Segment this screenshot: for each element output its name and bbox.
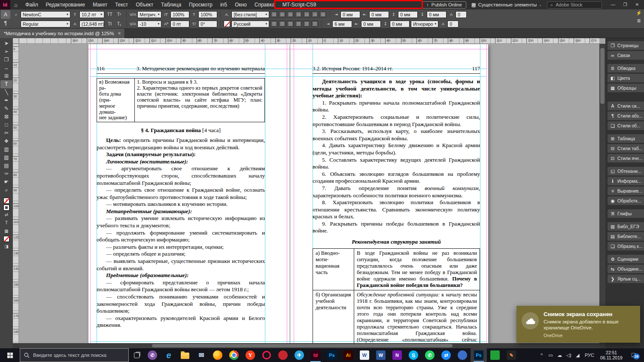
- table-styles-panel[interactable]: ⊟Стили таб...: [608, 144, 644, 153]
- type-tool[interactable]: T: [0, 80, 12, 88]
- menu-item[interactable]: Справка: [251, 0, 279, 9]
- document-tab[interactable]: *Методичка к учебнику по истории.indd @ …: [0, 29, 125, 38]
- telegram[interactable]: ✈: [291, 348, 307, 362]
- photoshop[interactable]: Ps: [324, 348, 340, 362]
- word-2013[interactable]: W: [356, 348, 373, 362]
- menu-item[interactable]: MT-Script-CS9: [279, 0, 320, 9]
- menu-item[interactable]: Объект: [132, 0, 157, 9]
- links-panel[interactable]: ∞Связи: [608, 51, 644, 60]
- content-collector-tool[interactable]: ⊞: [0, 72, 12, 80]
- panel-menu-icon[interactable]: ≣: [637, 18, 641, 24]
- align-panel[interactable]: ≡Выравнив...: [608, 187, 644, 195]
- superscript-button[interactable]: T¹: [115, 11, 123, 18]
- glyphs-panel[interactable]: ℜГлифы: [608, 209, 644, 218]
- paragraph-style-select[interactable]: [Без стиля]: [231, 11, 269, 18]
- illustrator[interactable]: Ai: [340, 348, 356, 362]
- preflight-panel[interactable]: ◉Обработк...: [608, 196, 644, 205]
- zoom-tool[interactable]: ⌕: [0, 186, 12, 194]
- justify-all-button[interactable]: [319, 11, 326, 18]
- workspace-switcher[interactable]: ▦ Существенные элементы ⌄: [471, 2, 542, 8]
- justify-v-button[interactable]: [295, 21, 302, 27]
- close-button[interactable]: ✕: [631, 0, 643, 9]
- table-panel[interactable]: ⊞Таблица: [608, 134, 644, 143]
- formatting-affects-text-icon[interactable]: T: [0, 220, 12, 226]
- paint[interactable]: ✎: [503, 348, 519, 362]
- color-panel[interactable]: ◧Цвета: [608, 74, 644, 82]
- photoshop-active[interactable]: Ps: [471, 348, 487, 362]
- pages-panel[interactable]: ❐Страницы: [608, 41, 644, 50]
- task-view-button[interactable]: [129, 348, 144, 362]
- swap-fill-stroke-icon[interactable]: ⇄: [0, 211, 12, 218]
- menu-item[interactable]: Макет: [89, 0, 111, 9]
- whatsapp[interactable]: ✆: [422, 348, 438, 362]
- formatting-affects-container-icon[interactable]: ▦: [0, 228, 12, 235]
- swatches-panel[interactable]: ▦Образцы: [608, 84, 644, 92]
- space-between-field[interactable]: 0 мм: [427, 11, 447, 18]
- onenote[interactable]: N: [389, 348, 405, 362]
- object-styles-panel[interactable]: ❑Стили об...: [608, 121, 644, 130]
- space-after-field[interactable]: 0 мм: [390, 21, 410, 27]
- leading-field[interactable]: (12,648 пт): [79, 21, 104, 27]
- quick-apply-icon[interactable]: ⚡: [636, 10, 642, 16]
- baseline-shift-field[interactable]: 0 пт: [170, 21, 189, 27]
- script-label-panel[interactable]: ❯Ярлык сц...: [608, 275, 644, 283]
- horizontal-scale-field[interactable]: 100%: [198, 11, 217, 18]
- note-tool[interactable]: ▤: [0, 162, 12, 170]
- scissors-tool[interactable]: ✂: [0, 129, 12, 137]
- font-style-select[interactable]: Regular: [21, 21, 70, 27]
- vertical-ruler[interactable]: 0102030405060708090100110120130140150160…: [13, 44, 19, 343]
- firefox[interactable]: [210, 348, 226, 362]
- page-117[interactable]: 3.2. История России: 1914–2014 гг. 117 Д…: [290, 44, 488, 343]
- green-app[interactable]: [487, 348, 503, 362]
- align-top-button[interactable]: [270, 21, 277, 27]
- hand-tool[interactable]: ☛: [0, 178, 12, 186]
- text-wrap-panel[interactable]: ◱Обтекани...: [608, 167, 644, 175]
- all-caps-button[interactable]: TT: [106, 11, 114, 18]
- font-size-field[interactable]: 10,2 пт: [79, 11, 104, 18]
- scrollbar-thumb[interactable]: [152, 344, 453, 347]
- gradient-swatch-tool[interactable]: ▥: [0, 145, 12, 154]
- minimize-button[interactable]: —: [607, 0, 619, 9]
- justify-right-button[interactable]: [311, 11, 318, 18]
- align-left-button[interactable]: [270, 11, 277, 18]
- grid-alignment-select[interactable]: Игнориро: [411, 21, 438, 27]
- page-116[interactable]: 116 3. Методические рекомендации по изуч…: [88, 44, 290, 343]
- opera[interactable]: [258, 348, 275, 362]
- menu-item[interactable]: Редактирование: [42, 0, 89, 9]
- screen-mode-icon[interactable]: ◨: [0, 243, 12, 250]
- start-button[interactable]: [0, 348, 20, 362]
- indent-right-field[interactable]: 0 мм: [369, 11, 389, 18]
- line-tool[interactable]: ╲: [0, 88, 12, 97]
- info-panel[interactable]: ℹИнформа...: [608, 177, 644, 185]
- library-panel[interactable]: ▤Библиоте...: [608, 232, 644, 241]
- language-indicator[interactable]: РУС: [582, 353, 597, 358]
- free-transform-tool[interactable]: ❖: [0, 137, 12, 145]
- selection-tool[interactable]: ➤: [0, 39, 12, 48]
- indesign[interactable]: Id: [307, 348, 324, 362]
- publish-online-button[interactable]: ↑ Publish Online: [422, 1, 466, 9]
- menu-item[interactable]: Окно: [231, 0, 251, 9]
- tab-close-icon[interactable]: ×: [118, 30, 121, 36]
- eyedropper-tool[interactable]: ✑: [0, 170, 12, 178]
- scripts-panel[interactable]: ⚙Сценарии: [608, 255, 644, 263]
- home-icon[interactable]: ⌂: [10, 2, 21, 8]
- vertical-scale-field[interactable]: 100%: [170, 11, 189, 18]
- pen-tool[interactable]: ✒: [0, 97, 12, 105]
- file-explorer[interactable]: [177, 348, 193, 362]
- restore-button[interactable]: ❐: [619, 0, 631, 9]
- dropcap-chars-field[interactable]: 0: [447, 21, 459, 27]
- rectangle-frame-tool[interactable]: ⊠: [0, 113, 12, 121]
- display-tray-icon[interactable]: ▭: [546, 353, 555, 358]
- menu-item[interactable]: Текст: [111, 0, 132, 9]
- paragraph-mode-button[interactable]: ¶: [1, 19, 10, 27]
- first-line-indent-field[interactable]: 6 мм: [332, 21, 352, 27]
- menu-item[interactable]: Файл: [21, 0, 42, 9]
- yandex-browser[interactable]: Y: [242, 348, 258, 362]
- indent-left-field[interactable]: 0 мм: [340, 11, 360, 18]
- action-center-button[interactable]: ❏ 26: [626, 352, 641, 358]
- fill-swatch[interactable]: T: [3, 198, 9, 204]
- page-tool[interactable]: ❐: [0, 56, 12, 64]
- vertical-scrollbar[interactable]: [599, 44, 605, 343]
- word[interactable]: W: [373, 348, 389, 362]
- stroke-swatch[interactable]: [4, 205, 9, 210]
